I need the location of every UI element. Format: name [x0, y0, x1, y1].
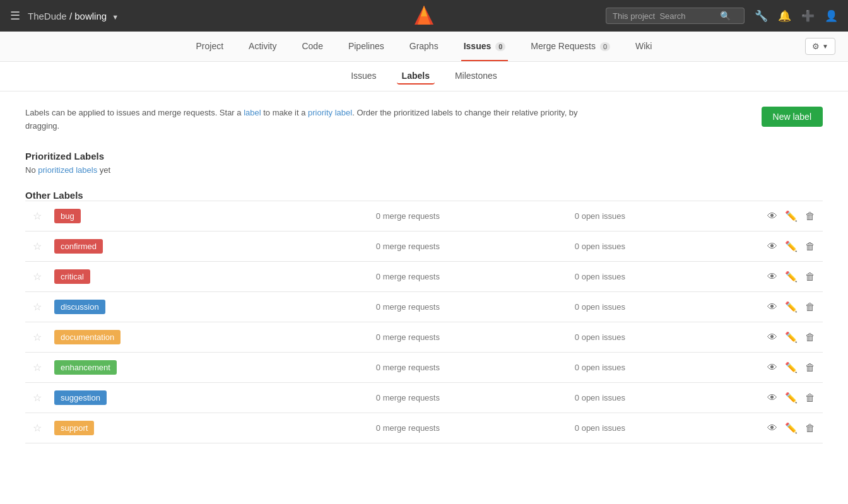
merge-requests-badge: 0: [600, 42, 610, 51]
label-badge: enhancement: [54, 360, 117, 375]
view-button[interactable]: 👁: [765, 331, 780, 344]
merge-requests-count: 0 merge requests: [219, 231, 445, 261]
label-badge: suggestion: [54, 390, 107, 405]
label-badge: critical: [54, 269, 90, 284]
label-badge: discussion: [54, 300, 105, 314]
top-navbar: ☰ TheDude / bowling ▼ 🔍 🔧 🔔 ➕ 👤: [0, 0, 848, 32]
delete-button[interactable]: 🗑: [803, 240, 818, 254]
labels-table: ☆ bug 0 merge requests 0 open issues 👁 ✏…: [25, 201, 823, 443]
top-nav-left: ☰ TheDude / bowling ▼: [10, 9, 119, 23]
search-box[interactable]: 🔍: [606, 8, 745, 24]
search-icon: 🔍: [720, 11, 731, 21]
merge-requests-count: 0 merge requests: [219, 352, 445, 382]
delete-button[interactable]: 🗑: [803, 270, 818, 284]
delete-button[interactable]: 🗑: [803, 391, 818, 405]
edit-button[interactable]: ✏️: [782, 239, 800, 254]
prioritized-labels-title: Prioritized Labels: [25, 151, 823, 161]
table-row: ☆ critical 0 merge requests 0 open issue…: [25, 261, 823, 291]
open-issues-count: 0 open issues: [445, 231, 630, 261]
priority-label-link[interactable]: priority label: [308, 108, 352, 117]
bell-icon[interactable]: 🔔: [778, 9, 791, 23]
view-button[interactable]: 👁: [765, 361, 780, 375]
plus-icon[interactable]: ➕: [801, 9, 815, 23]
open-issues-count: 0 open issues: [445, 382, 630, 413]
view-button[interactable]: 👁: [765, 300, 780, 314]
merge-requests-count: 0 merge requests: [219, 291, 445, 322]
star-button[interactable]: ☆: [30, 210, 44, 222]
edit-button[interactable]: ✏️: [782, 300, 800, 314]
table-row: ☆ suggestion 0 merge requests 0 open iss…: [25, 382, 823, 413]
table-row: ☆ documentation 0 merge requests 0 open …: [25, 322, 823, 352]
repo-owner: TheDude: [28, 11, 67, 21]
user-icon[interactable]: 👤: [825, 9, 838, 23]
delete-button[interactable]: 🗑: [803, 300, 818, 314]
open-issues-count: 0 open issues: [445, 261, 630, 291]
merge-requests-count: 0 merge requests: [219, 413, 445, 443]
sub-navbar: Issues Labels Milestones: [0, 62, 848, 91]
top-nav-right: 🔍 🔧 🔔 ➕ 👤: [606, 8, 838, 24]
nav-wiki[interactable]: Wiki: [633, 32, 654, 61]
nav-pipelines[interactable]: Pipelines: [346, 32, 387, 61]
nav-issues[interactable]: Issues 0: [461, 32, 509, 61]
star-button[interactable]: ☆: [30, 301, 44, 313]
info-text: Labels can be applied to issues and merg…: [25, 107, 593, 133]
merge-requests-count: 0 merge requests: [219, 322, 445, 352]
nav-graphs[interactable]: Graphs: [407, 32, 441, 61]
project-navbar: Project Activity Code Pipelines Graphs I…: [0, 32, 848, 62]
delete-button[interactable]: 🗑: [803, 421, 818, 435]
prioritized-labels-section: Prioritized Labels No prioritized labels…: [25, 151, 823, 175]
other-labels-title: Other Labels: [25, 190, 823, 201]
star-button[interactable]: ☆: [30, 331, 44, 343]
hamburger-icon[interactable]: ☰: [10, 9, 20, 23]
sub-nav-labels[interactable]: Labels: [397, 68, 435, 85]
nav-activity[interactable]: Activity: [246, 32, 279, 61]
merge-requests-count: 0 merge requests: [219, 261, 445, 291]
other-labels-section: Other Labels ☆ bug 0 merge requests 0 op…: [25, 190, 823, 443]
delete-button[interactable]: 🗑: [803, 331, 818, 344]
label-badge: bug: [54, 209, 81, 223]
edit-button[interactable]: ✏️: [782, 390, 800, 405]
label-badge: support: [54, 421, 94, 435]
sub-nav-issues[interactable]: Issues: [346, 68, 381, 85]
view-button[interactable]: 👁: [765, 240, 780, 254]
no-prioritized-labels-text: No prioritized labels yet: [25, 165, 823, 175]
delete-button[interactable]: 🗑: [803, 361, 818, 375]
logo: [413, 4, 435, 28]
prioritized-link[interactable]: prioritized labels: [38, 165, 97, 175]
view-button[interactable]: 👁: [765, 209, 780, 223]
label-link[interactable]: label: [244, 108, 261, 117]
merge-requests-count: 0 merge requests: [219, 382, 445, 413]
view-button[interactable]: 👁: [765, 270, 780, 284]
info-bar: Labels can be applied to issues and merg…: [25, 107, 823, 133]
edit-button[interactable]: ✏️: [782, 421, 800, 435]
open-issues-count: 0 open issues: [445, 413, 630, 443]
chevron-down-icon[interactable]: ▼: [112, 13, 119, 21]
new-label-button[interactable]: New label: [762, 107, 823, 127]
star-button[interactable]: ☆: [30, 392, 44, 404]
edit-button[interactable]: ✏️: [782, 269, 800, 284]
delete-button[interactable]: 🗑: [803, 209, 818, 223]
label-badge: documentation: [54, 330, 121, 344]
sub-nav-milestones[interactable]: Milestones: [450, 68, 502, 85]
view-button[interactable]: 👁: [765, 421, 780, 435]
nav-code[interactable]: Code: [299, 32, 325, 61]
view-button[interactable]: 👁: [765, 391, 780, 405]
table-row: ☆ support 0 merge requests 0 open issues…: [25, 413, 823, 443]
edit-button[interactable]: ✏️: [782, 209, 800, 223]
table-row: ☆ discussion 0 merge requests 0 open iss…: [25, 291, 823, 322]
star-button[interactable]: ☆: [30, 361, 44, 373]
settings-button[interactable]: ⚙ ▼: [805, 38, 835, 55]
star-button[interactable]: ☆: [30, 271, 44, 283]
star-button[interactable]: ☆: [30, 422, 44, 434]
star-button[interactable]: ☆: [30, 240, 44, 252]
table-row: ☆ enhancement 0 merge requests 0 open is…: [25, 352, 823, 382]
merge-requests-count: 0 merge requests: [219, 201, 445, 231]
wrench-icon[interactable]: 🔧: [755, 9, 768, 23]
edit-button[interactable]: ✏️: [782, 330, 800, 344]
search-input[interactable]: [613, 11, 720, 21]
nav-project[interactable]: Project: [194, 32, 227, 61]
settings-dropdown-arrow: ▼: [822, 43, 828, 50]
edit-button[interactable]: ✏️: [782, 360, 800, 375]
nav-merge-requests[interactable]: Merge Requests 0: [528, 32, 613, 61]
repo-title: TheDude / bowling ▼: [28, 11, 119, 21]
